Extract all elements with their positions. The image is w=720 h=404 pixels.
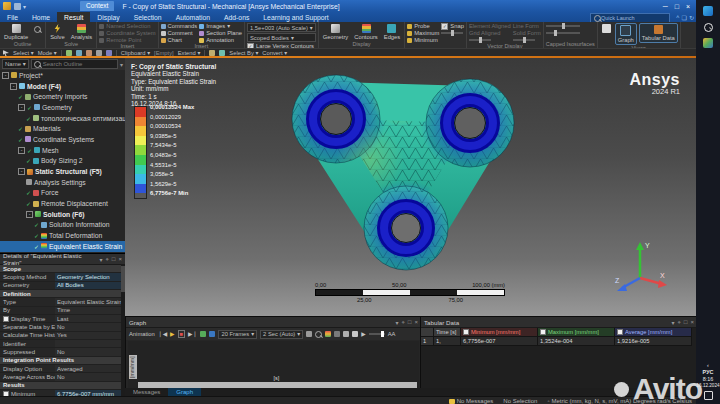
tree-item-solution-information[interactable]: ✓ Solution Information	[0, 220, 125, 231]
camera-icon[interactable]	[343, 331, 349, 337]
float-icon[interactable]: □	[112, 256, 116, 263]
details-row[interactable]: Display OptionAveraged	[0, 365, 125, 373]
tree-item-body-sizing[interactable]: ✓ Body Sizing 2	[0, 156, 125, 167]
close-button[interactable]: ×	[686, 3, 690, 10]
outline-filter-dropdown[interactable]: Name ▾	[2, 59, 29, 69]
quick-access-dropdown-icon[interactable]: ▾	[23, 3, 26, 10]
stop-button[interactable]: ■	[178, 330, 186, 338]
layout-icon[interactable]: ❏	[682, 14, 687, 21]
comment-button[interactable]: Comment	[161, 30, 198, 36]
deformation-scale-dropdown[interactable]: 1,5e+003 (Auto Scale)▾	[247, 23, 316, 32]
scoped-bodies-dropdown[interactable]: Scoped Bodies▾	[247, 33, 316, 42]
isosurface-slider[interactable]	[546, 25, 580, 27]
tab-addons[interactable]: Add-ons	[217, 12, 256, 22]
tree-item-model[interactable]: - Model (F4)	[0, 81, 125, 92]
play-button[interactable]: ▶	[170, 331, 174, 337]
clock-time[interactable]: 8:16	[703, 376, 714, 382]
edges-button[interactable]: Edges	[382, 23, 402, 41]
export-video-icon[interactable]	[306, 331, 312, 337]
minimum-column-header[interactable]: Minimum [mm/mm]	[461, 328, 538, 337]
first-frame-button[interactable]: ❘◀	[158, 331, 167, 337]
vector-length-slider[interactable]	[469, 39, 491, 41]
details-row[interactable]: Calculate Time HistoryYes	[0, 332, 125, 340]
details-dropdown-icon[interactable]: ▾	[99, 256, 102, 263]
tree-item-static-structural[interactable]: - Static Structural (F5)	[0, 166, 125, 177]
checkbox-icon[interactable]	[463, 329, 469, 335]
zoom-icon[interactable]	[315, 331, 322, 338]
tab-result[interactable]: Result	[57, 12, 90, 22]
details-row[interactable]: ByTime	[0, 307, 125, 315]
snap-checkbox[interactable]: ✓ Snap	[441, 23, 464, 29]
details-row[interactable]: Display Time Last	[0, 315, 125, 323]
expander-icon[interactable]: -	[18, 168, 25, 175]
graph-view-button[interactable]: Graph	[615, 23, 637, 45]
float-icon[interactable]: □	[408, 319, 412, 326]
tab-automation[interactable]: Automation	[169, 12, 217, 22]
clock-date[interactable]: 16.12.2024	[697, 383, 720, 388]
images-button[interactable]: Images▾	[199, 23, 242, 29]
grid-aligned-button[interactable]: Grid Aligned	[469, 30, 511, 36]
maximum-label-button[interactable]: Maximum	[407, 30, 439, 36]
contours-button[interactable]: Contours	[352, 23, 380, 41]
tab-file[interactable]: File	[0, 12, 25, 22]
units-status[interactable]: Metric (mm, kg, N, s, mV, mA) Degrees ra…	[552, 398, 692, 404]
outline-search-input[interactable]: Search Outline	[31, 59, 118, 69]
reset-layout-icon[interactable]: ↻	[689, 14, 694, 21]
close-icon[interactable]: ×	[118, 256, 122, 263]
probe-button[interactable]: Probe	[407, 23, 439, 29]
coordinate-system-button[interactable]: Coordinate System	[99, 30, 155, 36]
outline-filter-icon[interactable]: ▾	[120, 61, 123, 68]
orientation-triad[interactable]: Y X Z	[612, 238, 668, 294]
average-column-header[interactable]: Average [mm/mm]	[615, 328, 692, 337]
worksheet-button[interactable]	[600, 23, 613, 34]
tree-item-total-deformation[interactable]: ✓ Total Deformation	[0, 230, 125, 241]
collapse-ribbon-icon[interactable]: ˄	[676, 14, 680, 21]
graph-plot-area[interactable]: [mm/mm] [s]	[128, 341, 419, 388]
restore-button[interactable]: □	[675, 3, 679, 10]
dropdown-icon[interactable]: ▾	[671, 319, 674, 326]
details-row[interactable]: GeometryAll Bodies	[0, 282, 125, 290]
tree-item-project[interactable]: - Project*	[0, 70, 125, 81]
display-slider[interactable]	[441, 32, 463, 34]
frame-slider[interactable]	[369, 333, 385, 335]
font-size-label[interactable]: AA	[388, 331, 396, 337]
commands-button[interactable]: Commands	[161, 23, 198, 29]
details-row[interactable]: Identifier	[0, 340, 125, 348]
photos-icon[interactable]	[703, 38, 713, 48]
pin-icon[interactable]: ⌖	[401, 319, 404, 326]
solve-button[interactable]: Solve	[48, 23, 67, 41]
tree-item-geometry-imports[interactable]: ✓ Geometry Imports	[0, 91, 125, 102]
tree-item-geometry[interactable]: - ✓ Geometry	[0, 102, 125, 113]
tab-display[interactable]: Display	[90, 12, 126, 22]
line-form-button[interactable]: Line Form	[513, 23, 541, 29]
tabular-data-row[interactable]: 1 1, 6,7756e-007 1,3524e-004 1,9216e-005	[421, 337, 697, 346]
details-row[interactable]: Separate Data by EntityNo	[0, 323, 125, 331]
maximum-column-header[interactable]: Maximum [mm/mm]	[538, 328, 615, 337]
details-row[interactable]: SuppressedNo	[0, 348, 125, 356]
expander-icon[interactable]: -	[10, 83, 17, 90]
dropdown-icon[interactable]: ▾	[395, 319, 398, 326]
expander-icon[interactable]: -	[26, 211, 33, 218]
tab-learning[interactable]: Learning and Support	[256, 12, 335, 22]
details-row[interactable]: TypeEquivalent Elastic Strain	[0, 298, 125, 306]
expander-icon[interactable]: -	[18, 104, 25, 111]
notification-icon[interactable]	[704, 391, 713, 400]
tree-item-equivalent-elastic-strain[interactable]: ✓ Equivalent Elastic Strain	[0, 241, 125, 252]
time-column-header[interactable]: Time [s]	[434, 328, 461, 337]
last-frame-button[interactable]: ▶❘	[188, 331, 197, 337]
tabular-data-view-button[interactable]: Tabular Data	[639, 23, 678, 43]
tab-home[interactable]: Home	[25, 12, 57, 22]
duration-dropdown[interactable]: 2 Sec (Auto)▾	[260, 330, 303, 339]
details-row[interactable]: Average Across BodiesNo	[0, 373, 125, 381]
contour-frames-icon[interactable]	[209, 331, 215, 337]
keyboard-language[interactable]: РУС	[703, 369, 714, 375]
analysis-button[interactable]: Analysis	[69, 23, 95, 41]
tree-item-analysis-settings[interactable]: Analysis Settings	[0, 177, 125, 188]
graph-tab[interactable]: Graph	[168, 388, 201, 396]
checkbox-icon[interactable]	[617, 329, 623, 335]
section-plane-button[interactable]: Section Plane	[199, 30, 242, 36]
tree-item-force[interactable]: ✓ Force	[0, 188, 125, 199]
element-aligned-button[interactable]: Element Aligned	[469, 23, 511, 29]
hidden-icons-chevron[interactable]: ‹	[707, 362, 709, 368]
compare-icon[interactable]	[334, 331, 340, 337]
